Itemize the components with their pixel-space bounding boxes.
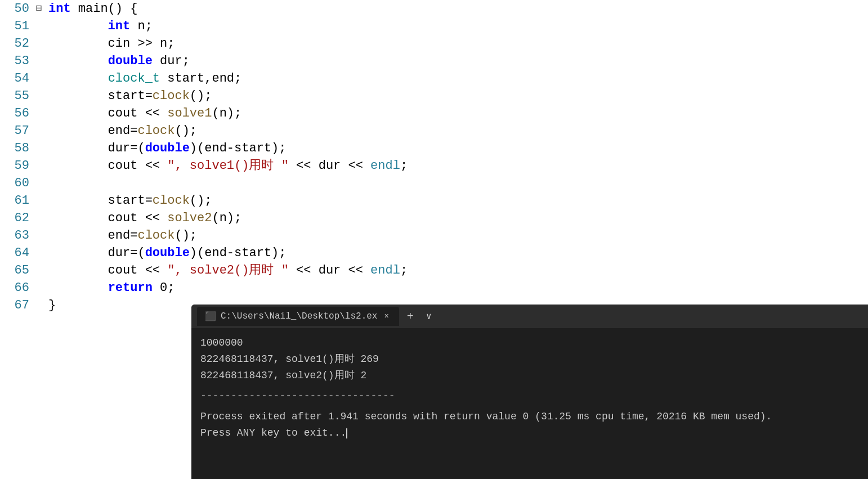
code-token: << dur << xyxy=(289,263,370,277)
code-line: 60 xyxy=(0,174,868,192)
code-token: endl xyxy=(370,159,400,173)
line-gutter[interactable]: ⊟ xyxy=(34,0,44,17)
terminal-line: Press ANY key to exit... xyxy=(200,425,859,441)
line-number: 62 xyxy=(0,209,34,227)
code-content[interactable]: cout << solve1(n); xyxy=(44,105,241,122)
code-token: 0; xyxy=(153,281,175,295)
code-token xyxy=(48,281,108,295)
code-content[interactable]: dur=(double)(end-start); xyxy=(44,244,287,262)
code-token xyxy=(48,54,108,68)
code-token: << dur << xyxy=(289,159,370,173)
code-content[interactable]: double dur; xyxy=(44,52,190,70)
code-token: return xyxy=(108,281,153,295)
code-line: 59 cout << ", solve1()用时 " << dur << end… xyxy=(0,157,868,174)
code-content[interactable]: cin >> n; xyxy=(44,35,175,52)
code-token: cout << xyxy=(48,263,167,277)
code-token: double xyxy=(145,141,190,155)
code-token: } xyxy=(48,298,56,312)
code-line: 62 cout << solve2(n); xyxy=(0,209,868,227)
terminal-cursor xyxy=(346,428,347,438)
code-content[interactable]: dur=(double)(end-start); xyxy=(44,140,287,157)
code-line: 55 start=clock(); xyxy=(0,87,868,105)
code-content[interactable]: end=clock(); xyxy=(44,122,197,140)
code-area: 50⊟int main() {51 int n;52 cin >> n;53 d… xyxy=(0,0,868,314)
code-token: dur; xyxy=(153,54,190,68)
code-token: endl xyxy=(370,263,400,277)
line-number: 66 xyxy=(0,279,34,297)
code-line: 63 end=clock(); xyxy=(0,227,868,244)
code-token: double xyxy=(145,246,190,260)
line-number: 67 xyxy=(0,297,34,314)
line-number: 51 xyxy=(0,17,34,35)
code-token: main() { xyxy=(71,2,138,16)
code-content[interactable]: int main() { xyxy=(44,0,137,17)
line-number: 54 xyxy=(0,70,34,87)
code-content[interactable]: clock_t start,end; xyxy=(44,70,241,87)
terminal-overlay: ⬛ C:\Users\Nail_\Desktop\ls2.ex × + ∨ 10… xyxy=(191,305,868,479)
code-line: 66 return 0; xyxy=(0,279,868,297)
terminal-tab[interactable]: ⬛ C:\Users\Nail_\Desktop\ls2.ex × xyxy=(197,307,399,326)
code-content[interactable]: return 0; xyxy=(44,279,175,297)
code-content[interactable]: } xyxy=(44,297,56,314)
terminal-line: 1000000 xyxy=(200,335,859,351)
code-token: (); xyxy=(190,194,212,208)
code-token: clock_t xyxy=(108,71,160,86)
code-token xyxy=(48,71,108,86)
terminal-line: Process exited after 1.941 seconds with … xyxy=(200,409,859,425)
code-token: n; xyxy=(130,19,153,33)
terminal-line: 822468118437, solve2()用时 2 xyxy=(200,368,859,384)
code-token: end= xyxy=(48,124,137,138)
code-token: clock xyxy=(153,194,190,208)
code-token: end= xyxy=(48,229,137,243)
code-token: ; xyxy=(400,159,408,173)
terminal-add-button[interactable]: + xyxy=(401,310,419,323)
line-number: 63 xyxy=(0,227,34,244)
line-number: 61 xyxy=(0,192,34,209)
line-number: 58 xyxy=(0,140,34,157)
code-token: dur=( xyxy=(48,141,145,155)
code-token: start,end; xyxy=(160,71,241,86)
code-line: 64 dur=(double)(end-start); xyxy=(0,244,868,262)
code-token: (n); xyxy=(212,106,241,120)
code-token: (); xyxy=(175,229,197,243)
code-token: int xyxy=(48,2,71,16)
terminal-close-button[interactable]: × xyxy=(382,311,391,322)
code-line: 50⊟int main() { xyxy=(0,0,868,17)
code-token: ", solve2()用时 " xyxy=(167,263,289,277)
code-content[interactable]: int n; xyxy=(44,17,153,35)
line-number: 60 xyxy=(0,174,34,192)
line-number: 65 xyxy=(0,262,34,279)
terminal-body: 1000000822468118437, solve1()用时 26982246… xyxy=(191,328,868,479)
code-token: dur=( xyxy=(48,246,145,260)
code-line: 61 start=clock(); xyxy=(0,192,868,209)
line-number: 59 xyxy=(0,157,34,174)
code-token: cout << xyxy=(48,106,167,120)
terminal-line: 822468118437, solve1()用时 269 xyxy=(200,351,859,368)
code-token: start= xyxy=(48,194,153,208)
code-token: solve2 xyxy=(167,211,212,225)
code-token: cin >> n; xyxy=(48,37,175,51)
code-content[interactable]: cout << solve2(n); xyxy=(44,209,241,227)
line-number: 55 xyxy=(0,87,34,105)
terminal-titlebar: ⬛ C:\Users\Nail_\Desktop\ls2.ex × + ∨ xyxy=(191,305,868,328)
code-token: start= xyxy=(48,89,153,103)
code-token: (n); xyxy=(212,211,241,225)
code-token: solve1 xyxy=(167,106,212,120)
line-number: 52 xyxy=(0,35,34,52)
code-line: 57 end=clock(); xyxy=(0,122,868,140)
code-token: clock xyxy=(153,89,190,103)
code-content[interactable]: start=clock(); xyxy=(44,192,212,209)
terminal-tab-title: C:\Users\Nail_\Desktop\ls2.ex xyxy=(221,311,377,321)
code-content[interactable]: cout << ", solve1()用时 " << dur << endl; xyxy=(44,157,408,174)
code-line: 54 clock_t start,end; xyxy=(0,70,868,87)
terminal-chevron-button[interactable]: ∨ xyxy=(422,311,436,322)
code-line: 56 cout << solve1(n); xyxy=(0,105,868,122)
code-token: (); xyxy=(175,124,197,138)
code-content[interactable]: start=clock(); xyxy=(44,87,212,105)
code-content[interactable]: end=clock(); xyxy=(44,227,197,244)
line-number: 53 xyxy=(0,52,34,70)
line-number: 56 xyxy=(0,105,34,122)
code-token: double xyxy=(108,54,153,68)
code-line: 52 cin >> n; xyxy=(0,35,868,52)
code-content[interactable]: cout << ", solve2()用时 " << dur << endl; xyxy=(44,262,408,279)
